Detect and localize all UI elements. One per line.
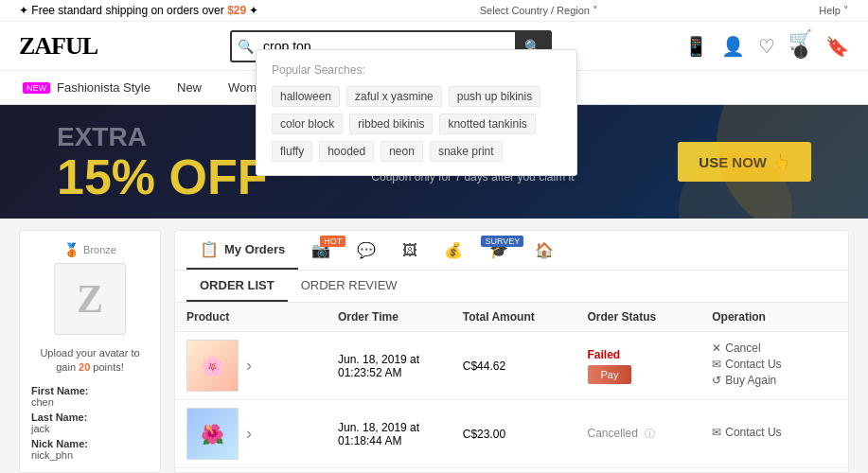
shipping-amount[interactable]: $29 bbox=[227, 4, 246, 17]
order-amount-2: C$23.00 bbox=[463, 428, 588, 441]
product-more-2[interactable]: › bbox=[246, 424, 252, 444]
table-header: Product Order Time Total Amount Order St… bbox=[175, 303, 848, 332]
search-tag[interactable]: halloween bbox=[272, 86, 340, 107]
last-name-label: Last Name: bbox=[31, 412, 149, 423]
survey-badge: SURVEY bbox=[481, 236, 523, 247]
contact-us-link-1[interactable]: ✉ Contact Us bbox=[712, 358, 837, 371]
cancel-label: Cancel bbox=[725, 342, 760, 355]
pay-button[interactable]: Pay bbox=[588, 365, 632, 384]
top-strip: ✦ Free standard shipping on orders over … bbox=[0, 0, 868, 22]
hot-badge: HOT bbox=[320, 236, 345, 247]
logo[interactable]: ZAFUL bbox=[19, 32, 97, 61]
nick-name-value: nick_phn bbox=[31, 449, 149, 461]
buy-again-link[interactable]: ↺ Buy Again bbox=[712, 374, 837, 387]
product-more-1[interactable]: › bbox=[246, 356, 252, 376]
cart-icon[interactable]: 🛒 1 bbox=[788, 28, 812, 64]
header-actions: 📱 👤 ♡ 🛒 1 🔖 bbox=[684, 28, 849, 64]
search-tag[interactable]: snake print bbox=[430, 141, 503, 162]
status-cancelled: Cancelled bbox=[588, 427, 638, 440]
operation-2: ✉ Contact Us bbox=[712, 426, 837, 442]
banner-left: EXTRA 15% OFF bbox=[57, 122, 268, 201]
order-time-2: Jun. 18, 2019 at 01:18:44 AM bbox=[338, 421, 463, 447]
points-icon[interactable]: 🔖 bbox=[825, 35, 849, 58]
table-row: 🌸 › Jun. 18, 2019 at 01:23:52 AM C$44.62… bbox=[175, 332, 848, 400]
upload-text: Upload your avatar to gain 20 points! bbox=[31, 346, 149, 376]
buy-again-icon: ↺ bbox=[712, 374, 721, 387]
search-tag[interactable]: fluffy bbox=[272, 141, 312, 162]
money-icon: 💰 bbox=[444, 241, 463, 259]
nav-fashionista[interactable]: NEW Fashionista Style bbox=[19, 73, 154, 102]
order-time-1: Jun. 18, 2019 at 01:23:52 AM bbox=[338, 353, 463, 379]
tab-money[interactable]: 💰 bbox=[431, 232, 476, 269]
search-tag[interactable]: zaful x yasmine bbox=[346, 86, 442, 107]
search-tag[interactable]: hooded bbox=[319, 141, 374, 162]
mobile-icon[interactable]: 📱 bbox=[684, 35, 708, 58]
help-menu[interactable]: Help ˅ bbox=[819, 5, 849, 17]
last-name-value: jack bbox=[31, 423, 149, 434]
contact-icon-1: ✉ bbox=[712, 358, 721, 371]
search-tag[interactable]: color block bbox=[272, 114, 343, 134]
order-sub-tabs: ORDER LIST ORDER REVIEW bbox=[175, 271, 848, 303]
tab-hot[interactable]: 📷 HOT bbox=[298, 232, 344, 269]
medal-icon: 🥉 bbox=[63, 242, 80, 257]
nav-new[interactable]: New bbox=[173, 73, 205, 102]
home-icon: 🏠 bbox=[535, 241, 554, 259]
sub-tab-order-review[interactable]: ORDER REVIEW bbox=[288, 271, 411, 302]
new-badge: NEW bbox=[23, 82, 50, 94]
product-thumb-1: 🌸 bbox=[186, 340, 239, 392]
col-operation: Operation bbox=[712, 310, 837, 324]
table-row: 🌺 › Jun. 18, 2019 at 01:18:44 AM C$23.00… bbox=[175, 400, 848, 468]
chat-icon: 💬 bbox=[357, 241, 376, 259]
orders-section: 📋 My Orders 📷 HOT 💬 🖼 💰 🎓 SURVEY 🏠 bbox=[174, 230, 849, 473]
contact-us-link-2[interactable]: ✉ Contact Us bbox=[712, 426, 837, 439]
search-dropdown: Popular Searches: halloweenzaful x yasmi… bbox=[256, 49, 577, 176]
orders-list-icon: 📋 bbox=[200, 240, 219, 258]
banner-percent: 15% OFF bbox=[57, 152, 268, 201]
tab-survey[interactable]: 🎓 SURVEY bbox=[476, 232, 522, 269]
orders-top-tabs: 📋 My Orders 📷 HOT 💬 🖼 💰 🎓 SURVEY 🏠 bbox=[175, 231, 848, 271]
avatar[interactable]: Z bbox=[54, 263, 126, 335]
search-tag[interactable]: push up bikinis bbox=[449, 86, 540, 107]
product-cell-1: 🌸 › bbox=[186, 340, 338, 392]
my-orders-label: My Orders bbox=[224, 242, 285, 256]
contact-label-2: Contact Us bbox=[725, 426, 781, 439]
user-icon[interactable]: 👤 bbox=[721, 35, 745, 58]
col-total-amount: Total Amount bbox=[463, 310, 588, 324]
contact-icon-2: ✉ bbox=[712, 426, 721, 439]
info-icon[interactable]: ⓘ bbox=[645, 428, 655, 439]
badge-label: Bronze bbox=[83, 244, 116, 255]
tab-home[interactable]: 🏠 bbox=[522, 232, 567, 269]
nick-name-label: Nick Name: bbox=[31, 438, 149, 449]
status-failed: Failed bbox=[588, 348, 621, 361]
sub-tab-order-list[interactable]: ORDER LIST bbox=[186, 271, 288, 302]
country-select[interactable]: Select Country / Region ˅ bbox=[480, 5, 598, 17]
cancel-link[interactable]: ✕ Cancel bbox=[712, 342, 837, 355]
col-order-status: Order Status bbox=[588, 310, 713, 324]
main-content: 🥉 Bronze Z Upload your avatar to gain 20… bbox=[0, 219, 868, 473]
col-product: Product bbox=[186, 310, 338, 324]
order-status-2: Cancelled ⓘ bbox=[588, 427, 713, 441]
wishlist-icon[interactable]: ♡ bbox=[758, 35, 775, 58]
tab-my-orders[interactable]: 📋 My Orders bbox=[186, 231, 298, 270]
shipping-notice: ✦ Free standard shipping on orders over … bbox=[19, 4, 259, 17]
cancel-icon: ✕ bbox=[712, 342, 721, 355]
tab-photos[interactable]: 🖼 bbox=[389, 233, 431, 269]
tab-messages[interactable]: 💬 bbox=[344, 232, 389, 269]
order-amount-1: C$44.62 bbox=[463, 359, 588, 373]
col-order-time: Order Time bbox=[338, 310, 463, 324]
photo-icon: 🖼 bbox=[402, 242, 417, 259]
product-cell-2: 🌺 › bbox=[186, 408, 338, 460]
banner-extra: EXTRA bbox=[57, 122, 268, 152]
order-status-1: Failed Pay bbox=[588, 348, 713, 384]
search-tag[interactable]: neon bbox=[381, 141, 423, 162]
user-badge: 🥉 Bronze bbox=[63, 242, 116, 257]
cart-badge: 1 bbox=[794, 45, 807, 59]
contact-label-1: Contact Us bbox=[725, 358, 781, 371]
popular-searches-title: Popular Searches: bbox=[272, 63, 561, 77]
product-thumb-2: 🌺 bbox=[186, 408, 239, 460]
search-tag[interactable]: ribbed bikinis bbox=[349, 114, 433, 134]
search-tag[interactable]: knotted tankinis bbox=[439, 114, 535, 134]
operation-1: ✕ Cancel ✉ Contact Us ↺ Buy Again bbox=[712, 342, 837, 390]
first-name-label: First Name: bbox=[31, 385, 149, 396]
sidebar: 🥉 Bronze Z Upload your avatar to gain 20… bbox=[19, 230, 161, 473]
